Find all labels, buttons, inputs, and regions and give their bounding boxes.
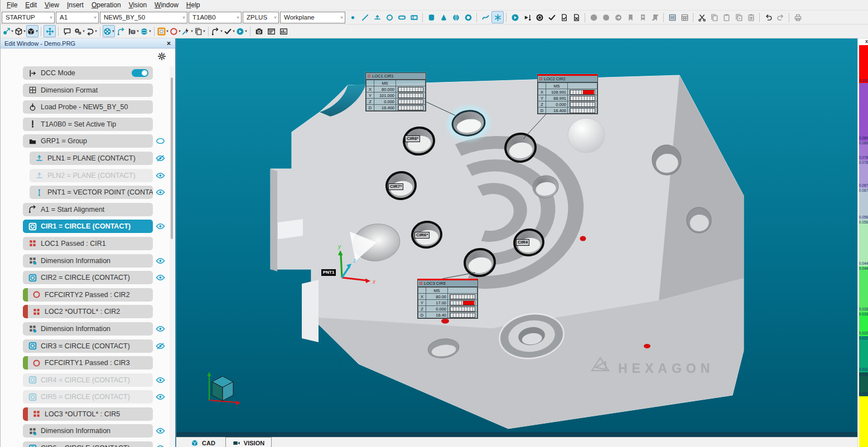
menu-edit[interactable]: Edit [21,1,41,9]
tree-item-16[interactable]: Dimension Information [23,322,153,336]
continue-button[interactable] [612,11,624,23]
quick-fixture-button[interactable]: ▾ [181,25,194,37]
menu-help[interactable]: Help [182,1,204,9]
tree-item-12[interactable]: Dimension Information [23,254,153,268]
tree-item-4[interactable]: T1A0B0 = Set Active Tip [23,118,153,131]
tree-item-5[interactable]: GRP1 = Group [23,134,153,148]
eye-slash-icon[interactable] [156,343,165,349]
menu-operation[interactable]: Operation [88,1,125,9]
confirm-button[interactable] [546,11,558,23]
feature-tag-cir6[interactable]: CIR6* [414,232,430,239]
feature-circle-button[interactable] [383,11,396,23]
close-icon[interactable]: × [167,41,171,46]
eye-icon[interactable] [156,274,165,281]
optimization-settings-button[interactable]: ▾ [73,25,85,37]
cad-viewport[interactable]: x y z [176,38,857,437]
cad-rendering-button[interactable]: ▾ [139,25,152,37]
undo-button[interactable] [762,11,774,23]
eye-icon[interactable] [156,427,165,434]
screen-capture-button[interactable] [253,25,265,37]
copy-with-pattern-button[interactable] [732,11,745,23]
report-window-button[interactable] [265,25,277,37]
print-button[interactable] [792,11,804,23]
comment-button[interactable] [61,25,73,37]
eye-icon[interactable] [156,377,165,383]
tip-select[interactable]: T1A0B0˅ [189,12,242,23]
cut-button[interactable] [696,11,708,23]
eye-icon[interactable] [156,189,165,196]
feature-cylinder-button[interactable] [425,11,437,23]
feature-sphere-button[interactable] [450,11,462,23]
probe-path-button[interactable] [115,25,127,37]
bookmark-button[interactable] [624,11,636,23]
copy-view-button[interactable]: ▾ [194,25,206,37]
stop-button[interactable] [587,11,600,23]
callout-loc3[interactable]: LOC3 CIR5MSX80.00Y17.00Z0.000D16.40 [417,279,478,319]
copy-button[interactable] [708,11,720,23]
redo-button[interactable] [774,11,787,23]
tree-item-7[interactable]: PLN2 = PLANE (CONTACT) [30,169,153,182]
dcc-mode-toggle[interactable] [132,69,148,77]
feature-curve-button[interactable] [479,11,491,23]
execution-mode-button[interactable] [533,11,546,23]
tree-item-11[interactable]: LOC1 Passed : CIR1 [23,237,153,250]
tab-cad[interactable]: CAD [184,438,222,447]
gage-square-button[interactable]: ▾ [157,25,169,37]
eye-icon[interactable] [156,393,165,400]
menu-window[interactable]: Window [151,1,182,9]
feature-tag-cir4[interactable]: CIR4 [516,239,529,246]
rotate-view-button[interactable]: ▾ [85,25,98,37]
bookmark-insert-button[interactable] [636,11,649,23]
eye-icon[interactable] [156,257,165,264]
tree-scrollbar[interactable] [170,66,174,446]
solid-view-button[interactable]: ▾ [26,25,38,37]
tree-item-2[interactable]: Dimension Format [23,84,153,97]
menu-view[interactable]: View [41,1,63,9]
feature-line-button[interactable] [359,11,371,23]
validate-program-button[interactable] [558,11,570,23]
tab-vision[interactable]: VISION [225,437,272,447]
path-lines-button[interactable]: ▾ [211,25,223,37]
feature-cone-button[interactable] [437,11,450,23]
eye-slash-icon[interactable] [156,155,165,162]
report-grid-button[interactable] [678,11,691,23]
gear-icon[interactable] [157,52,166,61]
feature-plane-button[interactable] [371,11,383,23]
tree-item-17[interactable]: CIR3 = CIRCLE (CONTACT) [23,339,153,353]
callout-loc2[interactable]: LOC2 CIR2MSX108.991Y88.991Z0.000D16.400 [537,74,598,114]
tree-scrollbar-thumb[interactable] [171,77,173,239]
tree-item-18[interactable]: FCFCIRTY1 Passed : CIR3 [23,356,153,370]
tree-item-14[interactable]: FCFCIRTY2 Passed : CIR2 [23,288,153,302]
menu-file[interactable]: File [3,1,21,9]
wireframe-view-button[interactable]: ▾ [14,25,26,37]
eye-icon[interactable] [156,445,165,447]
measured-features-button[interactable]: ▾ [223,25,235,37]
axis-select[interactable]: A1˅ [56,12,99,23]
eye-icon[interactable] [156,172,165,179]
eye-icon[interactable] [156,325,165,332]
feature-round-slot-button[interactable] [396,11,408,23]
feature-tag-pnt1[interactable]: PNT1 [321,269,336,276]
view-select[interactable]: ZPLUS˅ [243,12,279,23]
tree-item-10[interactable]: CIR1 = CIRCLE (CONTACT) [23,220,153,233]
menu-insert[interactable]: Insert [63,1,88,9]
tree-item-13[interactable]: CIR2 = CIRCLE (CONTACT) [23,271,153,284]
feature-tag-cir8[interactable]: CIR8* [405,135,420,142]
tree-item-20[interactable]: CIR5 = CIRCLE (CONTACT) [23,390,153,404]
view-orientations-button[interactable]: ▾ [103,25,115,37]
tree-item-21[interactable]: LOC3 *OUTTOL* : CIR5 [23,407,153,421]
feature-square-slot-button[interactable] [408,11,420,23]
tree-item-15[interactable]: LOC2 *OUTTOL* : CIR2 [23,305,153,318]
tree-item-8[interactable]: PNT1 = VECTOR POINT (CONTACT) [30,186,153,199]
eye-icon[interactable] [156,223,165,230]
workplane-select[interactable]: Workplane˅ [280,12,345,23]
tree-item-6[interactable]: PLN1 = PLANE (CONTACT) [30,152,153,165]
execute-from-cursor-button[interactable] [521,11,533,23]
close-icon[interactable]: x [865,38,868,44]
feature-point-button[interactable] [346,11,359,23]
quick-features-button[interactable] [491,11,504,23]
graphic-window-button[interactable] [277,25,290,37]
execute-feature-button[interactable]: ▾ [235,25,248,37]
tree-item-19[interactable]: CIR4 = CIRCLE (CONTACT) [23,373,153,387]
probe-select[interactable]: NEW5_BY_50˅ [100,12,187,23]
